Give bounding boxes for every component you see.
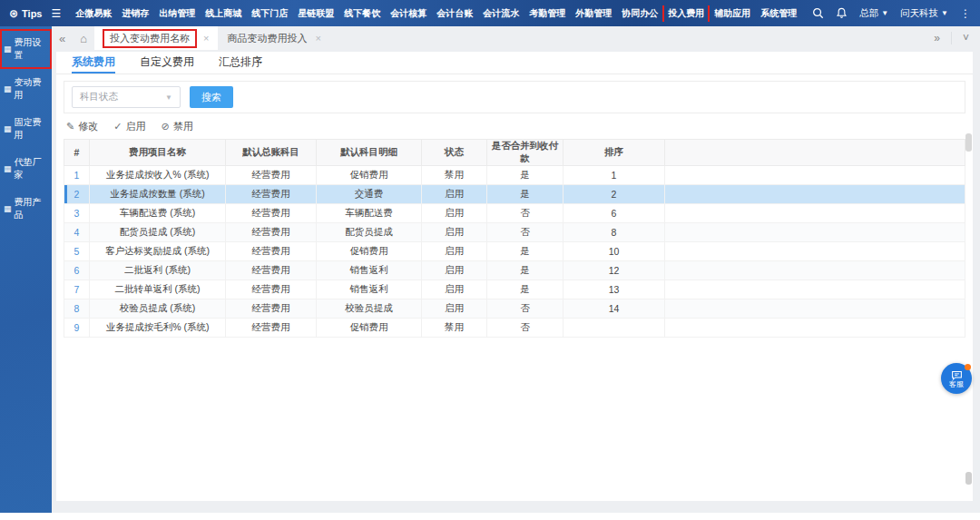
subject-status-select[interactable]: 科目状态 ▼: [72, 86, 181, 108]
nav-item-2[interactable]: 进销存: [118, 5, 152, 22]
cell-num[interactable]: 4: [64, 223, 90, 242]
search-button[interactable]: 搜索: [190, 86, 233, 108]
nav-item-3[interactable]: 出纳管理: [155, 5, 199, 22]
cell-num[interactable]: 1: [64, 166, 90, 185]
cell-num[interactable]: 9: [64, 319, 90, 338]
cell-name: 业务提成按毛利% (系统): [90, 319, 226, 338]
chevron-down-icon: ▼: [165, 93, 172, 102]
table-row[interactable]: 8校验员提成 (系统)经营费用校验员提成启用否14: [64, 299, 965, 319]
nav-item-4[interactable]: 线上商城: [201, 5, 245, 22]
sub-tabs: 系统费用自定义费用汇总排序: [56, 52, 973, 74]
hamburger-menu-icon[interactable]: ☰: [51, 7, 61, 20]
table-row[interactable]: 4配货员提成 (系统)经营费用配货员提成启用否8: [64, 223, 965, 242]
cell-filler: [665, 223, 965, 242]
nav-item-17[interactable]: 单据中心: [803, 5, 805, 22]
tab-actions-chevron-icon[interactable]: ˅: [952, 32, 980, 44]
collapse-sidebar-icon[interactable]: «: [52, 26, 73, 50]
cell-ledger: 经营费用: [226, 299, 317, 319]
tab-1[interactable]: 投入变动费用名称×: [94, 26, 217, 50]
notification-bell-icon[interactable]: [836, 7, 848, 19]
sidebar-item-2[interactable]: ▦变动费用: [0, 69, 52, 109]
sidebar-item-label: 费用设置: [15, 36, 50, 62]
cell-num[interactable]: 6: [64, 261, 90, 280]
cell-merge: 是: [487, 261, 564, 280]
edit-button[interactable]: ✎ 修改: [66, 120, 98, 133]
disable-button[interactable]: ⊘ 禁用: [161, 120, 192, 133]
nav-item-7[interactable]: 线下餐饮: [340, 5, 384, 22]
cell-ledger: 经营费用: [226, 204, 317, 223]
tab-close-icon[interactable]: ×: [316, 33, 321, 44]
chevron-down-icon: ▼: [941, 9, 948, 17]
customer-service-button[interactable]: 客服: [941, 363, 972, 394]
scrollbar-thumb[interactable]: [965, 133, 972, 152]
nav-item-15[interactable]: 辅助应用: [710, 5, 754, 22]
cell-merge: 否: [487, 319, 564, 338]
tab-close-icon[interactable]: ×: [203, 33, 209, 44]
nav-item-9[interactable]: 会计台账: [433, 5, 476, 22]
main-area: « ⌂ 投入变动费用名称×商品变动费用投入× » ˅ 系统费用自定义费用汇总排序…: [52, 26, 980, 513]
cell-num[interactable]: 7: [64, 280, 90, 299]
table-row[interactable]: 5客户达标奖励提成 (系统)经营费用促销费用启用是10: [64, 242, 965, 261]
sidebar-item-3[interactable]: ▦固定费用: [0, 109, 52, 149]
sidebar-item-4[interactable]: ▦代垫厂家: [0, 149, 52, 189]
subtab-1[interactable]: 系统费用: [72, 52, 115, 74]
column-header: 默认科目明细: [317, 140, 422, 166]
nav-item-13[interactable]: 协同办公: [618, 5, 662, 22]
cell-name: 客户达标奖励提成 (系统): [90, 242, 226, 261]
tab-2[interactable]: 商品变动费用投入×: [218, 26, 329, 50]
cell-merge: 否: [487, 223, 564, 242]
subtab-2[interactable]: 自定义费用: [140, 52, 194, 74]
search-icon[interactable]: [812, 7, 824, 19]
cell-detail: 促销费用: [317, 166, 422, 185]
cell-sort: 14: [564, 299, 665, 319]
nav-item-16[interactable]: 系统管理: [757, 5, 800, 22]
cell-sort: 8: [564, 223, 665, 242]
subtab-3[interactable]: 汇总排序: [219, 52, 262, 74]
cell-num[interactable]: 8: [64, 299, 90, 319]
topbar-right: 总部 ▼ 问天科技 ▼ ⋮: [812, 7, 971, 20]
more-options-kebab-icon[interactable]: ⋮: [960, 7, 971, 20]
company-selector[interactable]: 问天科技 ▼: [900, 7, 948, 20]
cell-status: 禁用: [422, 319, 487, 338]
cell-merge: 否: [487, 204, 564, 223]
home-icon[interactable]: ⌂: [73, 26, 94, 50]
nav-item-10[interactable]: 会计流水: [479, 5, 523, 22]
chat-bubble-icon: [951, 369, 963, 381]
nav-item-1[interactable]: 企微易账: [72, 5, 115, 22]
org-selector[interactable]: 总部 ▼: [859, 7, 888, 20]
enable-button[interactable]: ✓ 启用: [113, 120, 145, 133]
topnav-items: 企微易账进销存出纳管理线上商城线下门店星链联盟线下餐饮会计核算会计台账会计流水考…: [72, 5, 805, 22]
nav-item-12[interactable]: 外勤管理: [572, 5, 615, 22]
cell-sort: 2: [564, 185, 665, 204]
cell-num[interactable]: 3: [64, 204, 90, 223]
cell-status: 启用: [422, 223, 487, 242]
chevron-down-icon: ▼: [881, 9, 888, 17]
nav-item-5[interactable]: 线下门店: [248, 5, 291, 22]
cell-ledger: 经营费用: [226, 223, 317, 242]
nav-item-6[interactable]: 星链联盟: [294, 5, 338, 22]
tab-strip: « ⌂ 投入变动费用名称×商品变动费用投入× » ˅: [52, 26, 980, 50]
scroll-tabs-right-icon[interactable]: »: [923, 32, 951, 44]
cell-name: 二批返利 (系统): [90, 261, 226, 280]
cell-detail: 配货员提成: [317, 223, 422, 242]
table-row[interactable]: 9业务提成按毛利% (系统)经营费用促销费用禁用否: [64, 319, 965, 338]
table-row[interactable]: 3车辆配送费 (系统)经营费用车辆配送费启用否6: [64, 204, 965, 223]
table-row[interactable]: 1业务提成按收入% (系统)经营费用促销费用禁用是1: [64, 166, 965, 185]
sidebar-item-5[interactable]: ▦费用产品: [0, 189, 52, 229]
table-row[interactable]: 2业务提成按数量 (系统)经营费用交通费启用是2: [64, 185, 965, 204]
nav-item-14[interactable]: 投入费用: [664, 5, 708, 22]
cell-name: 业务提成按数量 (系统): [90, 185, 226, 204]
sidebar-item-label: 变动费用: [15, 76, 50, 102]
cell-filler: [665, 319, 965, 338]
cell-num[interactable]: 5: [64, 242, 90, 261]
vertical-scrollbar[interactable]: [965, 130, 972, 497]
scrollbar-thumb-bottom[interactable]: [965, 472, 972, 485]
nav-item-11[interactable]: 考勤管理: [525, 5, 569, 22]
sidebar-item-1[interactable]: ▦费用设置: [0, 29, 52, 69]
table-row[interactable]: 7二批转单返利 (系统)经营费用销售返利启用是13: [64, 280, 965, 299]
top-navigation-bar: ⊛ Tips ☰ 企微易账进销存出纳管理线上商城线下门店星链联盟线下餐饮会计核算…: [0, 0, 980, 26]
table-row[interactable]: 6二批返利 (系统)经营费用销售返利启用是12: [64, 261, 965, 280]
expense-items-table: #费用项目名称默认总账科目默认科目明细状态是否合并到收付款排序 1业务提成按收入…: [64, 139, 965, 338]
nav-item-8[interactable]: 会计核算: [387, 5, 430, 22]
cell-num[interactable]: 2: [64, 185, 90, 204]
